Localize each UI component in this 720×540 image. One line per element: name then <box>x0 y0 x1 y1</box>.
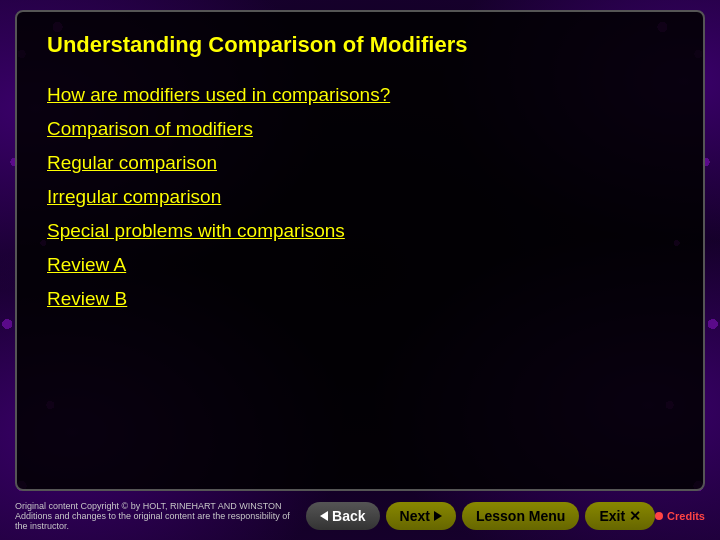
credits-label: Credits <box>667 510 705 522</box>
menu-link-5[interactable]: Review A <box>47 250 673 280</box>
credits-area[interactable]: Credits <box>655 510 705 522</box>
next-arrow-icon <box>434 511 442 521</box>
copyright-text: Original content Copyright © by HOLT, RI… <box>15 501 306 531</box>
back-label: Back <box>332 508 365 524</box>
list-item: Review B <box>47 284 673 314</box>
bottom-bar: Original content Copyright © by HOLT, RI… <box>15 499 705 535</box>
lesson-menu-label: Lesson Menu <box>476 508 565 524</box>
list-item: Comparison of modifiers <box>47 114 673 144</box>
list-item: Review A <box>47 250 673 280</box>
lesson-menu-button[interactable]: Lesson Menu <box>462 502 579 530</box>
menu-link-0[interactable]: How are modifiers used in comparisons? <box>47 80 673 110</box>
content-box: Understanding Comparison of Modifiers Ho… <box>15 10 705 491</box>
page-title: Understanding Comparison of Modifiers <box>47 32 673 58</box>
list-item: How are modifiers used in comparisons? <box>47 80 673 110</box>
main-content: Understanding Comparison of Modifiers Ho… <box>0 0 720 540</box>
red-dot-icon <box>655 512 663 520</box>
menu-link-6[interactable]: Review B <box>47 284 673 314</box>
menu-link-3[interactable]: Irregular comparison <box>47 182 673 212</box>
back-button[interactable]: Back <box>306 502 379 530</box>
list-item: Regular comparison <box>47 148 673 178</box>
list-item: Irregular comparison <box>47 182 673 212</box>
exit-label: Exit <box>599 508 625 524</box>
menu-link-4[interactable]: Special problems with comparisons <box>47 216 673 246</box>
nav-buttons: Back Next Lesson Menu Exit ✕ <box>306 502 655 530</box>
next-label: Next <box>400 508 430 524</box>
next-button[interactable]: Next <box>386 502 456 530</box>
back-arrow-icon <box>320 511 328 521</box>
menu-list: How are modifiers used in comparisons?Co… <box>47 80 673 314</box>
close-icon: ✕ <box>629 508 641 524</box>
list-item: Special problems with comparisons <box>47 216 673 246</box>
exit-button[interactable]: Exit ✕ <box>585 502 655 530</box>
menu-link-2[interactable]: Regular comparison <box>47 148 673 178</box>
menu-link-1[interactable]: Comparison of modifiers <box>47 114 673 144</box>
